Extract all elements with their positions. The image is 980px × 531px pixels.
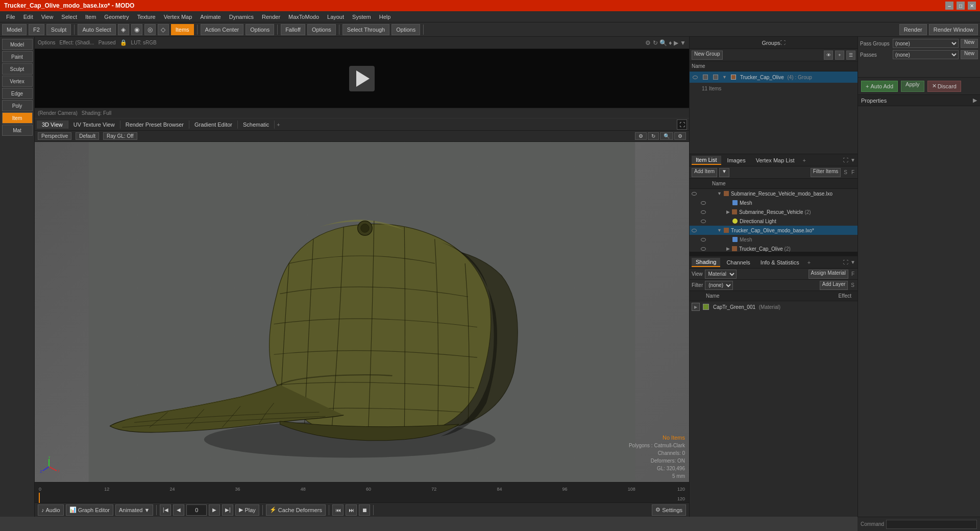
menu-item-geometry[interactable]: Geometry (100, 13, 133, 21)
audio-button[interactable]: ♪ Audio (38, 504, 64, 516)
properties-expand[interactable]: ▶ (973, 97, 977, 104)
new-group-button[interactable]: New Group (692, 51, 723, 60)
menu-item-system[interactable]: System (348, 13, 375, 21)
tab-images[interactable]: Images (723, 156, 750, 164)
item-row-mesh1[interactable]: Mesh (690, 198, 857, 207)
filter-select[interactable]: (none) (705, 281, 733, 290)
transport-extra-2[interactable]: ⏭ (346, 504, 357, 516)
viewport-more-btn[interactable]: ⚙ (674, 132, 686, 140)
group-lock-1[interactable] (712, 74, 719, 81)
minimize-button[interactable]: – (945, 2, 953, 10)
tab-render-preset[interactable]: Render Preset Browser (120, 120, 189, 129)
cache-deformers-button[interactable]: ⚡ Cache Deformers (266, 504, 326, 516)
passes-select[interactable]: (none) (893, 50, 959, 59)
menu-item-help[interactable]: Help (375, 13, 395, 21)
viewport-layout-btn[interactable]: ⚙ (635, 132, 647, 140)
select-icon-2[interactable]: ◉ (131, 24, 142, 35)
menu-item-dynamics[interactable]: Dynamics (225, 13, 258, 21)
item-vis-s2[interactable] (691, 227, 698, 234)
item-scrollbar[interactable] (690, 252, 857, 256)
item-vis-l1[interactable] (700, 218, 707, 225)
tg-expand[interactable]: ▶ (726, 246, 730, 251)
tab-item-list[interactable]: Item List (692, 156, 721, 165)
transport-play-btn[interactable]: ▶ (209, 504, 220, 516)
tab-channels[interactable]: Channels (722, 258, 754, 267)
item-list-tab-add[interactable]: + (800, 156, 807, 164)
f2-button[interactable]: F2 (29, 24, 44, 35)
play-button[interactable]: ▶ Play (235, 504, 259, 516)
menu-item-vertex-map[interactable]: Vertex Map (160, 13, 197, 21)
paint-mode-btn[interactable]: Paint (2, 51, 33, 62)
group-row-items[interactable]: 11 Items (690, 83, 857, 94)
view-select[interactable]: Material (705, 270, 737, 279)
items-button[interactable]: Items (171, 24, 194, 35)
item-list-expand-btn[interactable]: ⛶ (843, 157, 848, 163)
falloff-button[interactable]: Falloff (281, 24, 305, 35)
vertex-mode-btn[interactable]: Vertex (2, 76, 33, 87)
perspective-btn[interactable]: Perspective (38, 132, 71, 140)
default-btn[interactable]: Default (76, 132, 99, 140)
filter-items-button[interactable]: Filter Items (811, 168, 841, 177)
shading-row-capTr[interactable]: ▶ CapTr_Green_001 (Material) (690, 301, 857, 312)
menu-item-item[interactable]: Item (81, 13, 100, 21)
sculpt-button[interactable]: Sculpt (46, 24, 71, 35)
animated-button[interactable]: Animated ▼ (115, 504, 153, 516)
frame-input[interactable]: 0 (186, 504, 207, 516)
assign-material-button[interactable]: Assign Material (808, 270, 848, 279)
preview-play-button[interactable] (349, 66, 375, 91)
command-input[interactable] (886, 520, 977, 529)
add-item-dropdown[interactable]: ▼ (719, 168, 729, 177)
action-center-button[interactable]: Action Center (201, 24, 244, 35)
add-layer-button[interactable]: Add Layer (820, 281, 848, 290)
graph-editor-button[interactable]: 📊 Graph Editor (66, 504, 113, 516)
shading-expand-1[interactable]: ▶ (692, 303, 700, 311)
menu-item-file[interactable]: File (2, 13, 19, 21)
tab-uv-texture[interactable]: UV Texture View (68, 120, 120, 129)
render-window-button[interactable]: Render Window (929, 24, 978, 35)
discard-button[interactable]: ✕ Discard (927, 81, 961, 92)
auto-select-button[interactable]: Auto Select (78, 24, 115, 35)
menu-item-texture[interactable]: Texture (133, 13, 160, 21)
item-vis-tg[interactable] (700, 245, 707, 252)
auto-add-button[interactable]: + Auto Add (861, 81, 898, 92)
tab-schematic[interactable]: Schematic (238, 120, 275, 129)
settings-button[interactable]: ⚙ Settings (652, 504, 686, 516)
group-visibility-1[interactable] (692, 74, 699, 81)
viewport-reset-btn[interactable]: ↻ (648, 132, 659, 140)
mat-mode-btn[interactable]: Mat (2, 125, 33, 136)
timeline-track[interactable]: 120 (35, 493, 689, 503)
3d-viewport[interactable]: No Items Polygons : Catmull-Clark Channe… (35, 142, 689, 482)
group-check-1[interactable] (702, 74, 709, 81)
item-vis-s1[interactable] (691, 190, 698, 197)
item-row-trucker-scene[interactable]: ▼ Trucker_Cap_Olive_modo_base.lxo* (690, 226, 857, 235)
groups-icon-2[interactable]: + (835, 51, 844, 60)
model-mode-btn[interactable]: Model (2, 39, 33, 50)
viewport-zoom-btn[interactable]: 🔍 (660, 132, 673, 140)
item-row-mesh2[interactable]: Mesh (690, 235, 857, 244)
shading-expand-btn[interactable]: ⛶ (843, 259, 848, 265)
tab-info-statistics[interactable]: Info & Statistics (756, 258, 803, 267)
scene1-expand[interactable]: ▼ (717, 191, 722, 196)
item-row-trucker-group[interactable]: ▶ Trucker_Cap_Olive (2) (690, 244, 857, 252)
tab-shading[interactable]: Shading (692, 258, 720, 267)
item-list-more-btn[interactable]: ▼ (850, 157, 855, 163)
menu-item-render[interactable]: Render (258, 13, 284, 21)
item-vis-m1[interactable] (700, 199, 707, 206)
groups-icon-3[interactable]: ☰ (846, 51, 855, 60)
scene2-expand[interactable]: ▼ (717, 228, 722, 233)
timeline-ruler[interactable]: 0 12 24 36 48 60 72 84 96 108 120 (35, 482, 689, 493)
pass-groups-select[interactable]: (none) (893, 39, 959, 48)
tab-add-button[interactable]: + (275, 120, 282, 129)
item-vis-sg[interactable] (700, 208, 707, 215)
menu-item-view[interactable]: View (37, 13, 58, 21)
options-label[interactable]: Options (38, 40, 55, 45)
menu-item-layout[interactable]: Layout (323, 13, 348, 21)
group-row-trucker[interactable]: ▼ Trucker_Cap_Olive (4) : Group (690, 71, 857, 83)
select-icon-1[interactable]: ◈ (118, 24, 129, 35)
transport-extra-3[interactable]: ⏹ (359, 504, 370, 516)
menu-item-edit[interactable]: Edit (19, 13, 37, 21)
transport-extra-1[interactable]: ⏮ (332, 504, 344, 516)
sg-expand[interactable]: ▶ (726, 209, 730, 214)
shading-more-btn[interactable]: ▼ (850, 259, 855, 265)
apply-button[interactable]: Apply (901, 81, 924, 92)
